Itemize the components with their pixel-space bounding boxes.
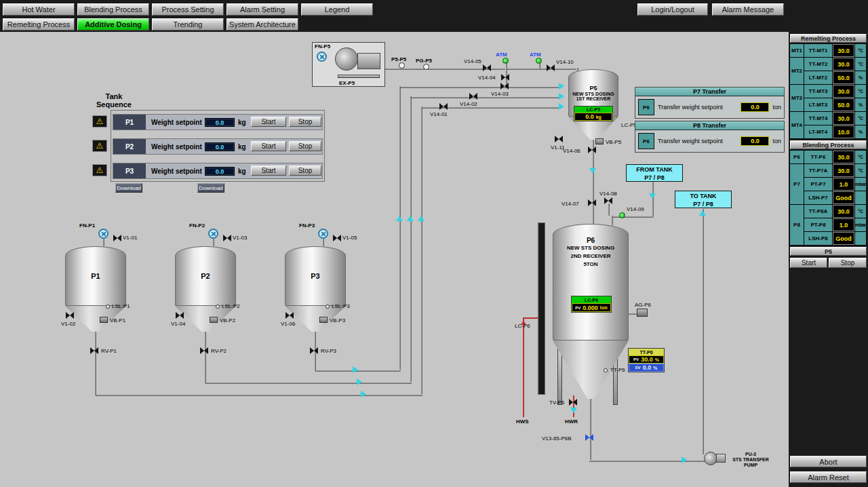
exhauster-label: EX-P5: [339, 80, 355, 86]
sidebar-value-cell: 30.0: [833, 164, 854, 177]
valve-icon-v1-05[interactable]: [333, 235, 341, 241]
stop-button[interactable]: Stop: [289, 117, 321, 127]
nav-remelting-process[interactable]: Remelting Process: [3, 18, 75, 31]
tank-name: P2: [201, 272, 210, 280]
valve-icon-v14-10[interactable]: [547, 64, 555, 71]
pipe: [652, 182, 654, 217]
p5-start-button[interactable]: Start: [790, 258, 827, 268]
download-button[interactable]: Download: [115, 183, 142, 193]
nav-alarm-message[interactable]: Alarm Message: [712, 3, 784, 16]
valve-icon-v14-01[interactable]: [439, 103, 448, 110]
nav-login-logout[interactable]: Login/Logout: [637, 3, 708, 16]
valve-icon-v1-11[interactable]: [555, 136, 563, 142]
rotary-valve-icon[interactable]: [90, 347, 98, 354]
agitator-icon[interactable]: [637, 309, 648, 317]
alarm-icon[interactable]: [92, 140, 107, 152]
sidebar-unit-cell: °C: [855, 164, 866, 177]
download-button[interactable]: Download: [197, 183, 224, 193]
vent-valve-icon[interactable]: [536, 58, 542, 64]
nav-system-architecture[interactable]: System Architecture: [226, 18, 298, 31]
fan-icon[interactable]: [98, 229, 108, 239]
nav-blending-process[interactable]: Blending Process: [77, 3, 149, 16]
valve-icon-v13-65-p6b[interactable]: [585, 434, 593, 441]
valve-icon-v14-05[interactable]: [483, 64, 491, 71]
p5-title: P5: [572, 85, 614, 92]
start-button[interactable]: Start: [251, 165, 286, 176]
valve-icon-v14-07[interactable]: [588, 199, 596, 206]
valve-icon-tv-p6[interactable]: [569, 399, 577, 406]
p5-title-line2: NEW STS DOSING: [572, 92, 614, 96]
p5-stop-button[interactable]: Stop: [829, 258, 867, 268]
valve-label: V13-65-P6B: [542, 435, 572, 442]
nav-trending[interactable]: Trending: [152, 18, 224, 31]
valve-icon-v1-04[interactable]: [176, 312, 184, 319]
nav-legend[interactable]: Legend: [301, 3, 373, 16]
sidebar-p5-header[interactable]: P5: [790, 247, 867, 256]
pipe: [212, 239, 214, 246]
weight-setpoint-value[interactable]: 0.0: [205, 167, 235, 176]
pipe: [322, 239, 324, 246]
level-switch-label: LSL-P3: [332, 303, 350, 309]
sidebar-tag-cell: LT-MT2: [804, 71, 832, 84]
weight-setpoint-label: Weight setpoint: [151, 119, 202, 125]
valve-icon-v14-08[interactable]: [604, 197, 612, 204]
vibrator-icon[interactable]: [595, 138, 604, 144]
rotary-valve-icon[interactable]: [310, 347, 318, 354]
nav-alarm-setting[interactable]: Alarm Setting: [226, 3, 298, 16]
valve-label: V1-01: [123, 235, 137, 241]
sidebar-tag-cell: TT-MT1: [804, 44, 832, 57]
valve-icon-v14-09[interactable]: [619, 212, 625, 218]
fan-icon[interactable]: [317, 52, 327, 62]
valve-label: V1-02: [61, 321, 75, 327]
start-button[interactable]: Start: [251, 117, 286, 127]
alarm-reset-button[interactable]: Alarm Reset: [790, 471, 867, 483]
nav-hot-water[interactable]: Hot Water: [3, 3, 75, 16]
to-tank-label: TO TANK P7 / P8: [675, 191, 732, 208]
abort-button[interactable]: Abort: [790, 456, 867, 467]
vibrator-icon[interactable]: [100, 317, 108, 323]
sidebar-blending-header[interactable]: Blending Process: [790, 140, 867, 149]
sidebar-value-cell: 1.0: [833, 218, 854, 231]
pipe: [629, 313, 637, 315]
vibrator-icon[interactable]: [319, 317, 328, 323]
nav-process-setting[interactable]: Process Setting: [152, 3, 224, 16]
stop-button[interactable]: Stop: [289, 165, 321, 176]
alarm-icon[interactable]: [92, 164, 107, 176]
sidebar-remelting-header[interactable]: Remelting Process: [790, 34, 867, 43]
sidebar-tag-cell: LSH-P8: [804, 232, 832, 245]
fan-icon[interactable]: [318, 229, 328, 239]
pump-icon[interactable]: [704, 452, 717, 465]
pipe: [94, 332, 96, 395]
rotary-valve-label: RV-P2: [211, 348, 226, 354]
pipe: [102, 239, 104, 246]
sidebar-value-cell: 50.0: [833, 71, 854, 84]
rotary-valve-icon[interactable]: [200, 347, 208, 354]
weight-setpoint-value[interactable]: 0.0: [205, 118, 235, 127]
pressure-gauge-icon[interactable]: [423, 64, 429, 70]
stop-button[interactable]: Stop: [289, 141, 321, 151]
valve-icon-v1-01[interactable]: [113, 235, 121, 241]
valve-icon-v14-02[interactable]: [469, 93, 477, 100]
transfer-setpoint-value[interactable]: 0.0: [741, 102, 769, 112]
sidebar-tag-cell: TT-P8A: [804, 205, 832, 218]
valve-icon-v14-04[interactable]: [501, 74, 509, 81]
tt-p6-sv-unit: %: [653, 366, 657, 370]
weight-setpoint-value[interactable]: 0.0: [205, 142, 235, 151]
transfer-setpoint-value[interactable]: 0.0: [741, 136, 769, 146]
valve-icon-v14-03[interactable]: [500, 83, 509, 90]
valve-icon-v14-06[interactable]: [588, 147, 596, 153]
nav-additive-dosing-active[interactable]: Additive Dosing: [77, 18, 149, 31]
fan-icon[interactable]: [208, 229, 218, 239]
valve-icon-v1-06[interactable]: [285, 312, 294, 319]
valve-icon-v1-02[interactable]: [66, 312, 74, 319]
sidebar-group-cell: P7: [790, 164, 804, 204]
tt-p6-sv-value: 0.0: [643, 364, 652, 371]
vent-valve-icon[interactable]: [502, 58, 509, 64]
sidebar-unit-cell: °C: [855, 112, 866, 125]
vibrator-icon[interactable]: [210, 317, 218, 323]
pressure-gauge-icon[interactable]: [399, 62, 405, 69]
gauge-label: P5-P5: [391, 56, 406, 62]
alarm-icon[interactable]: [92, 115, 107, 128]
start-button[interactable]: Start: [251, 141, 286, 151]
valve-icon-v1-03[interactable]: [223, 235, 231, 241]
